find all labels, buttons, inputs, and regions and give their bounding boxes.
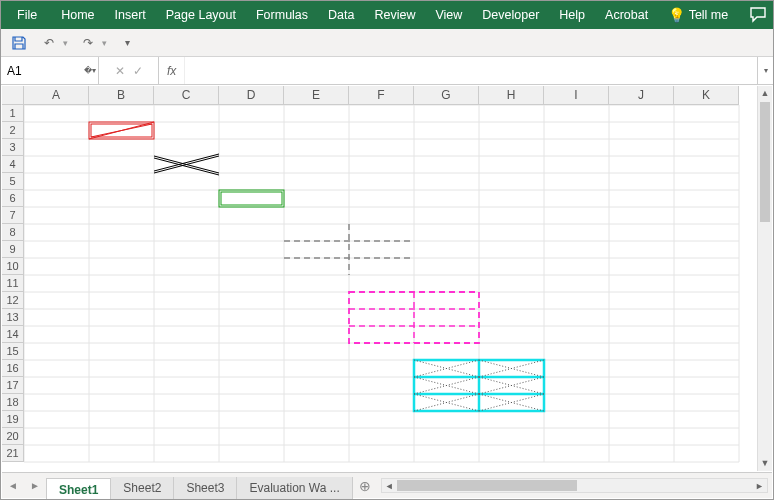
- formula-input[interactable]: [185, 57, 757, 84]
- tab-view[interactable]: View: [425, 1, 472, 29]
- row-10[interactable]: 10: [2, 258, 24, 275]
- name-box-dropdown-icon[interactable]: �▾: [84, 66, 96, 75]
- col-G[interactable]: G: [414, 86, 479, 105]
- row-21[interactable]: 21: [2, 445, 24, 462]
- tellme-label: Tell me: [689, 8, 729, 22]
- sheet-tab-2[interactable]: Sheet2: [111, 477, 174, 499]
- formula-expand-icon[interactable]: ▾: [757, 57, 773, 84]
- sheet-nav-next[interactable]: ►: [24, 480, 46, 491]
- vertical-scrollbar[interactable]: ▲ ▼: [757, 86, 772, 471]
- tab-page-layout[interactable]: Page Layout: [156, 1, 246, 29]
- column-headers: A B C D E F G H I J K: [2, 86, 757, 105]
- row-1[interactable]: 1: [2, 105, 24, 122]
- formula-bar: A1 �▾ ✕ ✓ fx ▾: [1, 57, 773, 85]
- col-J[interactable]: J: [609, 86, 674, 105]
- row-6[interactable]: 6: [2, 190, 24, 207]
- cells-area[interactable]: [24, 105, 757, 471]
- svg-rect-43: [221, 192, 282, 205]
- svg-rect-42: [219, 190, 284, 207]
- tab-acrobat[interactable]: Acrobat: [595, 1, 658, 29]
- row-12[interactable]: 12: [2, 292, 24, 309]
- quick-access-toolbar: ↶▾ ↷▾ ▾: [1, 29, 773, 57]
- tab-home[interactable]: Home: [51, 1, 104, 29]
- sheet-bar: ◄ ► Sheet1 Sheet2 Sheet3 Evaluation Wa .…: [2, 472, 772, 498]
- tab-data[interactable]: Data: [318, 1, 364, 29]
- col-B[interactable]: B: [89, 86, 154, 105]
- ribbon: File Home Insert Page Layout Formulas Da…: [1, 1, 773, 29]
- sheet-tab-3[interactable]: Sheet3: [174, 477, 237, 499]
- sheet-tab-1[interactable]: Sheet1: [46, 478, 111, 500]
- lightbulb-icon: 💡: [668, 7, 685, 23]
- svg-line-39: [154, 158, 219, 175]
- save-button[interactable]: [9, 33, 29, 53]
- row-11[interactable]: 11: [2, 275, 24, 292]
- hscroll-thumb[interactable]: [397, 480, 577, 491]
- tab-insert[interactable]: Insert: [105, 1, 156, 29]
- enter-icon[interactable]: ✓: [133, 64, 143, 78]
- vscroll-thumb[interactable]: [760, 102, 770, 222]
- col-D[interactable]: D: [219, 86, 284, 105]
- row-headers: 123456789101112131415161718192021: [2, 105, 24, 462]
- svg-line-37: [91, 124, 152, 137]
- comments-icon[interactable]: [747, 7, 771, 23]
- qat-customize-icon[interactable]: ▾: [117, 33, 137, 53]
- col-A[interactable]: A: [24, 86, 89, 105]
- row-7[interactable]: 7: [2, 207, 24, 224]
- grid: A B C D E F G H I J K 123456789101112131…: [2, 86, 757, 471]
- tab-help[interactable]: Help: [549, 1, 595, 29]
- scroll-up-icon[interactable]: ▲: [758, 86, 772, 101]
- row-14[interactable]: 14: [2, 326, 24, 343]
- select-all-corner[interactable]: [2, 86, 24, 105]
- row-19[interactable]: 19: [2, 411, 24, 428]
- row-18[interactable]: 18: [2, 394, 24, 411]
- name-box-value: A1: [7, 64, 22, 78]
- sheet-tab-4[interactable]: Evaluation Wa ...: [237, 477, 352, 499]
- row-15[interactable]: 15: [2, 343, 24, 360]
- col-C[interactable]: C: [154, 86, 219, 105]
- row-5[interactable]: 5: [2, 173, 24, 190]
- redo-dropdown-icon[interactable]: ▾: [102, 38, 107, 48]
- scroll-left-icon[interactable]: ◄: [382, 481, 397, 491]
- col-H[interactable]: H: [479, 86, 544, 105]
- row-17[interactable]: 17: [2, 377, 24, 394]
- row-3[interactable]: 3: [2, 139, 24, 156]
- fx-label[interactable]: fx: [159, 57, 185, 84]
- svg-line-41: [154, 154, 219, 171]
- row-9[interactable]: 9: [2, 241, 24, 258]
- col-K[interactable]: K: [674, 86, 739, 105]
- row-4[interactable]: 4: [2, 156, 24, 173]
- scroll-down-icon[interactable]: ▼: [758, 456, 772, 471]
- scroll-right-icon[interactable]: ►: [752, 481, 767, 491]
- tellme[interactable]: 💡 Tell me: [658, 1, 738, 29]
- tab-developer[interactable]: Developer: [472, 1, 549, 29]
- add-sheet-button[interactable]: ⊕: [353, 478, 377, 494]
- name-box[interactable]: A1 �▾: [1, 57, 99, 84]
- tab-formulas[interactable]: Formulas: [246, 1, 318, 29]
- row-8[interactable]: 8: [2, 224, 24, 241]
- tab-review[interactable]: Review: [364, 1, 425, 29]
- tab-file[interactable]: File: [3, 1, 51, 29]
- row-16[interactable]: 16: [2, 360, 24, 377]
- sheet-nav-prev[interactable]: ◄: [2, 480, 24, 491]
- cancel-icon[interactable]: ✕: [115, 64, 125, 78]
- undo-button[interactable]: ↶: [39, 33, 59, 53]
- row-13[interactable]: 13: [2, 309, 24, 326]
- formula-buttons: ✕ ✓: [99, 57, 159, 84]
- redo-button[interactable]: ↷: [78, 33, 98, 53]
- col-F[interactable]: F: [349, 86, 414, 105]
- horizontal-scrollbar[interactable]: ◄ ►: [381, 478, 768, 493]
- col-E[interactable]: E: [284, 86, 349, 105]
- row-2[interactable]: 2: [2, 122, 24, 139]
- row-20[interactable]: 20: [2, 428, 24, 445]
- col-I[interactable]: I: [544, 86, 609, 105]
- undo-dropdown-icon[interactable]: ▾: [63, 38, 68, 48]
